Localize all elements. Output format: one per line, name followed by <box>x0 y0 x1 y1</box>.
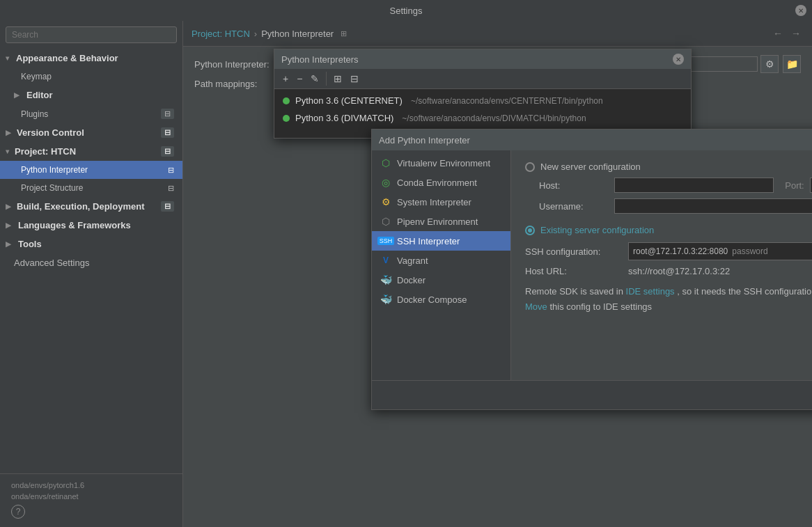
sidebar-item-project[interactable]: ▾ Project: HTCN ⊟ <box>0 142 182 161</box>
breadcrumb-pin-icon: ⊞ <box>341 29 347 38</box>
toolbar-tree-btn[interactable]: ⊟ <box>348 72 361 86</box>
dialog-label-ssh: SSH Interpreter <box>397 236 460 246</box>
sidebar-item-version-control[interactable]: ▶ Version Control ⊟ <box>0 123 182 142</box>
expand-icon-languages: ▶ <box>6 221 11 229</box>
dialog-label-vagrant: Vagrant <box>397 255 428 266</box>
main-content: Project: HTCN › Python Interpreter ⊞ ← →… <box>183 21 812 527</box>
sidebar-label-editor: Editor <box>26 90 53 100</box>
nav-back[interactable]: ← <box>770 26 786 40</box>
sidebar-label-plugins: Plugins <box>21 109 48 119</box>
interpreters-popup-titlebar: Python Interpreters ✕ <box>274 49 691 69</box>
interpreter-entry-centernet[interactable]: Python 3.6 (CENTERNET) ~/software/anacon… <box>274 92 691 109</box>
host-label: Host: <box>539 180 609 191</box>
info-text-row: Remote SDK is saved in IDE settings , so… <box>525 285 812 299</box>
expand-icon-tools: ▶ <box>6 240 11 248</box>
settings-window: ▾ Appearance & Behavior Keymap ▶ Editor … <box>0 21 812 527</box>
breadcrumb-bar: Project: HTCN › Python Interpreter ⊞ ← → <box>183 21 812 47</box>
docker-compose-icon: 🐳 <box>380 294 391 305</box>
docker-icon: 🐳 <box>380 274 391 285</box>
sidebar-item-advanced-settings[interactable]: Advanced Settings <box>0 253 182 272</box>
move-text: this config to IDE settings <box>549 301 652 312</box>
vc-badge: ⊟ <box>161 127 174 138</box>
dialog-item-docker[interactable]: 🐳 Docker <box>372 270 510 290</box>
host-url-value: ssh://root@172.17.0.3:22 <box>628 266 730 276</box>
add-dialog-body: ⬡ Virtualenv Environment ◎ Conda Environ… <box>372 150 812 380</box>
interpreter-entry-divmatch[interactable]: Python 3.6 (DIVMATCH) ~/software/anacond… <box>274 109 691 127</box>
interp-path-centernet: ~/software/anaconda/envs/CENTERNET/bin/p… <box>411 96 603 106</box>
vagrant-icon: V <box>380 255 391 266</box>
sidebar-item-appearance[interactable]: ▾ Appearance & Behavior <box>0 49 182 68</box>
sidebar-item-languages[interactable]: ▶ Languages & Frameworks <box>0 216 182 235</box>
toolbar-add-btn[interactable]: + <box>280 72 291 86</box>
toolbar-edit-btn[interactable]: ✎ <box>308 72 322 86</box>
search-input[interactable] <box>6 26 177 43</box>
breadcrumb-project[interactable]: Project: HTCN <box>192 29 250 39</box>
dialog-item-virtualenv[interactable]: ⬡ Virtualenv Environment <box>372 153 510 173</box>
nav-arrows: ← → <box>770 26 804 40</box>
interpreter-folder-button[interactable]: 📁 <box>783 55 801 73</box>
nav-forward[interactable]: → <box>788 26 804 40</box>
toolbar-remove-btn[interactable]: − <box>294 72 305 86</box>
dialog-item-docker-compose[interactable]: 🐳 Docker Compose <box>372 290 510 309</box>
host-input[interactable] <box>614 178 774 193</box>
existing-server-radio[interactable] <box>525 226 535 235</box>
sidebar-item-build[interactable]: ▶ Build, Execution, Deployment ⊟ <box>0 197 182 216</box>
expand-icon-appearance: ▾ <box>6 54 9 62</box>
interpreters-popup-toolbar: + − ✎ ⊞ ⊟ <box>274 69 691 89</box>
sidebar-item-project-structure[interactable]: Project Structure ⊟ <box>0 179 182 197</box>
sidebar-item-tools[interactable]: ▶ Tools <box>0 235 182 253</box>
help-button[interactable]: ? <box>11 505 25 519</box>
close-button[interactable]: ✕ <box>795 5 806 16</box>
title-bar: Settings ✕ <box>0 0 812 21</box>
move-link[interactable]: Move <box>525 301 547 312</box>
existing-server-radio-row: Existing server configuration <box>525 225 812 235</box>
dialog-item-vagrant[interactable]: V Vagrant <box>372 251 510 270</box>
sidebar-item-plugins[interactable]: Plugins ⊟ <box>0 104 182 123</box>
ide-settings-link[interactable]: IDE settings <box>626 286 675 297</box>
project-badge: ⊟ <box>161 146 174 157</box>
add-dialog-title: Add Python Interpreter <box>379 135 470 145</box>
sidebar-item-keymap[interactable]: Keymap <box>0 68 182 86</box>
expand-icon-editor: ▶ <box>14 91 19 99</box>
host-url-row: Host URL: ssh://root@172.17.0.3:22 <box>525 266 812 276</box>
info-text2: , so it needs the SSH configuration to b… <box>677 286 812 297</box>
expand-icon-build: ▶ <box>6 203 11 210</box>
breadcrumb-current: Python Interpreter <box>261 29 334 39</box>
sidebar-item-python-interpreter[interactable]: Python Interpreter ⊟ <box>0 161 182 179</box>
new-server-label: New server configuration <box>540 162 641 172</box>
sidebar-bottom: onda/envs/pytorch1.6 onda/envs/retinanet… <box>0 473 182 527</box>
sidebar-item-editor[interactable]: ▶ Editor <box>0 86 182 104</box>
host-url-label: Host URL: <box>525 266 623 276</box>
new-server-radio-row: New server configuration <box>525 162 812 172</box>
interpreter-settings-button[interactable]: ⚙ <box>760 55 779 73</box>
dialog-item-pipenv[interactable]: ⬡ Pipenv Environment <box>372 212 510 231</box>
expand-icon-vc: ▶ <box>6 129 11 136</box>
path-pytorch: onda/envs/pytorch1.6 <box>6 480 177 491</box>
toolbar-filter-btn[interactable]: ⊞ <box>331 72 345 86</box>
interpreters-popup: Python Interpreters ✕ + − ✎ ⊞ ⊟ Python 3… <box>274 49 692 139</box>
dialog-item-ssh[interactable]: SSH SSH Interpreter <box>372 231 510 251</box>
build-badge: ⊟ <box>161 201 174 212</box>
add-dialog-right-panel: New server configuration Host: Port: Use… <box>511 150 812 380</box>
interpreters-popup-close[interactable]: ✕ <box>673 54 684 65</box>
plugins-badge: ⊟ <box>161 109 174 119</box>
dialog-item-system[interactable]: ⚙ System Interpreter <box>372 192 510 212</box>
add-dialog-left-panel: ⬡ Virtualenv Environment ◎ Conda Environ… <box>372 150 511 380</box>
sidebar-label-project-structure: Project Structure <box>21 183 83 193</box>
dialog-item-conda[interactable]: ◎ Conda Environment <box>372 173 510 192</box>
username-input[interactable] <box>614 198 812 214</box>
ssh-config-select[interactable]: root@172.17.0.3:22:8080 password ▾ <box>628 242 812 260</box>
path-retinanet: onda/envs/retinanet <box>6 491 177 502</box>
add-dialog-titlebar: Add Python Interpreter ✕ <box>372 129 812 150</box>
sidebar-label-advanced-settings: Advanced Settings <box>14 258 89 268</box>
dialog-label-pipenv: Pipenv Environment <box>397 217 478 227</box>
interp-name-centernet: Python 3.6 (CENTERNET) <box>295 95 403 106</box>
ssh-icon: SSH <box>380 235 391 246</box>
port-label: Port: <box>785 180 804 191</box>
sidebar-label-vc: Version Control <box>17 127 84 138</box>
new-server-radio[interactable] <box>525 162 535 172</box>
sidebar-label-project: Project: HTCN <box>15 146 76 157</box>
dialog-label-virtualenv: Virtualenv Environment <box>397 158 490 168</box>
sidebar-label-languages: Languages & Frameworks <box>18 220 131 230</box>
pi-badge: ⊟ <box>168 166 174 175</box>
